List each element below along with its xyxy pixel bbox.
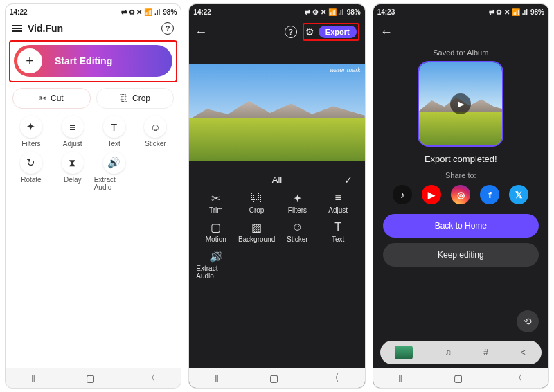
start-editing-label: Start Editing	[55, 55, 112, 66]
recents-icon[interactable]: ⦀	[398, 373, 402, 384]
tool-adjust[interactable]: ≡Adjust	[319, 192, 358, 214]
app-header: Vid.Fun ?	[6, 19, 181, 39]
menu-icon[interactable]	[12, 25, 22, 32]
crop-icon: ⿻	[120, 93, 128, 103]
status-time: 14:23	[377, 8, 395, 16]
audio-icon: 🔊	[103, 152, 125, 174]
cut-button[interactable]: ✂ Cut	[12, 88, 91, 109]
audio-icon: 🔊	[209, 250, 223, 262]
saved-to-label: Saved to: Album	[373, 44, 548, 62]
status-bar: 14:23 ⇄ ⚙ ✕ 📶 .ıl 98%	[373, 4, 548, 19]
home-icon[interactable]: ▢	[454, 373, 463, 384]
video-preview[interactable]: water mark	[189, 64, 364, 161]
gear-icon[interactable]: ⚙	[305, 26, 314, 37]
tool-rotate[interactable]: ↻Rotate	[11, 152, 51, 191]
share-row: ♪ ▶ ◎ f 𝕏	[373, 185, 548, 214]
tool-delay[interactable]: ⧗Delay	[53, 152, 93, 191]
rotate-icon: ↻	[20, 152, 42, 174]
music-icon[interactable]: ♫	[445, 348, 452, 357]
share-icon[interactable]: <	[521, 348, 526, 357]
crop-icon: ⿻	[251, 192, 262, 204]
trim-icon: ✂	[211, 192, 220, 204]
tool-sticker[interactable]: ☺Sticker	[278, 221, 317, 243]
status-time: 14:22	[193, 8, 211, 16]
share-to-label: Share to:	[373, 168, 548, 185]
watermark-label: water mark	[330, 66, 361, 73]
back-button[interactable]: ←	[380, 25, 393, 39]
status-battery: 98%	[163, 8, 177, 16]
fab-button[interactable]: ⟲	[517, 310, 539, 332]
tool-text[interactable]: TText	[94, 116, 134, 148]
tool-sticker[interactable]: ☺Sticker	[135, 116, 175, 148]
tool-extract-audio[interactable]: 🔊Extract Audio	[94, 152, 134, 191]
scissors-icon: ✂	[39, 93, 46, 103]
back-icon[interactable]: 〈	[146, 372, 156, 384]
tool-adjust[interactable]: ≡Adjust	[53, 116, 93, 148]
start-editing-button[interactable]: + Start Editing	[14, 45, 172, 77]
status-bar: 14:22 ⇄ ⚙ ✕ 📶 .ıl 98%	[189, 4, 364, 19]
motion-icon: ▢	[211, 221, 221, 233]
status-time: 14:22	[10, 8, 28, 16]
adjust-icon: ≡	[62, 116, 84, 138]
status-indicators: ⇄ ⚙ ✕ 📶 .ıl	[489, 8, 528, 16]
status-battery: 98%	[347, 8, 361, 16]
help-icon[interactable]: ?	[285, 26, 297, 38]
highlight-export: ⚙ Export	[303, 23, 359, 41]
crop-button[interactable]: ⿻ Crop	[96, 88, 175, 109]
app-title: Vid.Fun	[28, 23, 63, 34]
keep-editing-button[interactable]: Keep editing	[383, 243, 539, 267]
system-nav: ⦀ ▢ 〈	[373, 368, 548, 388]
tool-motion[interactable]: ▢Motion	[196, 221, 235, 243]
crop-label: Crop	[132, 93, 150, 103]
back-icon[interactable]: 〈	[513, 372, 523, 384]
share-instagram[interactable]: ◎	[451, 185, 470, 204]
filters-icon: ✦	[20, 116, 42, 138]
system-nav: ⦀ ▢ 〈	[189, 368, 364, 388]
back-button[interactable]: ←	[195, 25, 207, 39]
tool-crop[interactable]: ⿻Crop	[237, 192, 276, 214]
screen-export-done: 14:23 ⇄ ⚙ ✕ 📶 .ıl 98% ← Saved to: Album …	[373, 4, 548, 388]
export-button[interactable]: Export	[319, 26, 357, 38]
tool-filters[interactable]: ✦Filters	[11, 116, 51, 148]
tool-extract-audio[interactable]: 🔊Extract Audio	[196, 250, 235, 280]
plus-icon: +	[17, 48, 42, 73]
background-icon: ▨	[251, 221, 262, 233]
back-to-home-button[interactable]: Back to Home	[383, 214, 539, 238]
tool-background[interactable]: ▨Background	[237, 221, 276, 243]
status-indicators: ⇄ ⚙ ✕ 📶 .ıl	[305, 8, 343, 16]
home-icon[interactable]: ▢	[269, 373, 278, 384]
cut-label: Cut	[51, 93, 64, 103]
export-complete-label: Export completed!	[373, 145, 548, 168]
tool-trim[interactable]: ✂Trim	[196, 192, 235, 214]
confirm-icon[interactable]: ✓	[344, 175, 352, 186]
text-icon: T	[103, 116, 125, 138]
clip-thumb-icon[interactable]	[395, 346, 413, 359]
adjust-icon: ≡	[335, 192, 341, 204]
exported-thumbnail[interactable]: ▶	[419, 62, 502, 145]
tool-text[interactable]: TText	[319, 221, 358, 243]
hashtag-icon[interactable]: #	[483, 348, 488, 357]
share-tiktok[interactable]: ♪	[393, 185, 412, 204]
sticker-icon: ☺	[144, 116, 166, 138]
text-icon: T	[334, 221, 341, 233]
screen-editor: 14:22 ⇄ ⚙ ✕ 📶 .ıl 98% ← ? ⚙ Export water…	[189, 4, 364, 388]
share-facebook[interactable]: f	[480, 185, 499, 204]
help-icon[interactable]: ?	[161, 22, 174, 35]
recents-icon[interactable]: ⦀	[215, 373, 219, 384]
status-indicators: ⇄ ⚙ ✕ 📶 .ıl	[121, 8, 160, 16]
share-twitter[interactable]: 𝕏	[509, 185, 528, 204]
sticker-icon: ☺	[292, 221, 303, 233]
filters-icon: ✦	[293, 192, 302, 204]
bottom-action-bar: ♫ # <	[380, 341, 542, 364]
status-battery: 98%	[530, 8, 544, 16]
system-nav: ⦀ ▢ 〈	[6, 368, 181, 388]
share-youtube[interactable]: ▶	[422, 185, 441, 204]
tool-filters[interactable]: ✦Filters	[278, 192, 317, 214]
delay-icon: ⧗	[62, 152, 84, 174]
status-bar: 14:22 ⇄ ⚙ ✕ 📶 .ıl 98%	[6, 4, 181, 19]
home-icon[interactable]: ▢	[86, 373, 95, 384]
back-icon[interactable]: 〈	[330, 372, 339, 384]
highlight-start-editing: + Start Editing	[9, 40, 177, 82]
tab-all[interactable]: All	[272, 175, 282, 185]
recents-icon[interactable]: ⦀	[31, 373, 35, 384]
